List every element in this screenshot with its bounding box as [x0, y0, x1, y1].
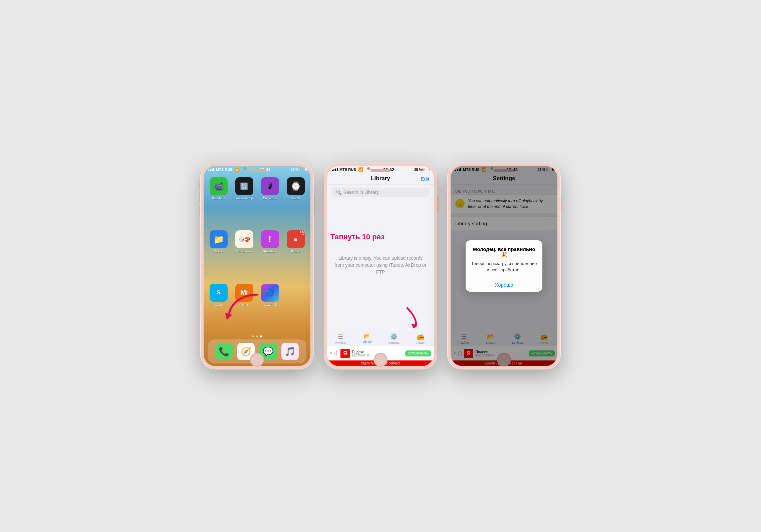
home-button-2[interactable]	[373, 353, 388, 367]
battery-fill	[300, 169, 301, 171]
lazytool-label: LazyTool	[264, 303, 276, 307]
phone-2-camera	[367, 167, 370, 170]
app-feedback[interactable]: ! Feedback	[260, 230, 280, 278]
signal-indicator: MTS RUS 📶	[208, 168, 239, 172]
phone-3-screen: MTS RUS 📶 18:43 25 % Settings DID YOU KN…	[451, 166, 557, 366]
app-facetime[interactable]: 📹 FaceTime	[208, 177, 229, 225]
app-addons[interactable]: 🎲🎯 Дополнения	[234, 230, 254, 278]
home-screen: MTS RUS 📶 18:41 25 % 📹 FaceTime	[204, 166, 310, 366]
tap-arrow	[397, 305, 421, 333]
app-files[interactable]: 📁 Файлы	[208, 230, 229, 278]
tab-bar-2: ☰ Playlists 📂 Library ⚙️ Settings 📻 Play…	[327, 331, 434, 346]
settings-screen: MTS RUS 📶 18:43 25 % Settings DID YOU KN…	[451, 166, 557, 366]
alert-title: Молодец, всё правильно 🎉	[471, 246, 537, 258]
facetime-icon: 📹	[210, 177, 228, 195]
battery-label: 25 %	[291, 168, 298, 172]
battery-indicator: 25 %	[291, 168, 306, 172]
page-indicator	[204, 335, 310, 339]
podcasts-icon: 🎙	[261, 177, 279, 195]
mute-button[interactable]	[199, 183, 200, 190]
battery-icon-2	[423, 168, 429, 171]
svg-marker-1	[411, 324, 418, 329]
library-icon: 📂	[364, 333, 370, 339]
phone-2-mute[interactable]	[322, 183, 324, 190]
phone-3-power[interactable]	[561, 196, 562, 213]
watch-label: Watch	[291, 197, 300, 200]
tap-text: Тапнуть 10 раз	[330, 233, 385, 241]
app-watch[interactable]: ⌚ Watch	[285, 177, 306, 225]
calculator-label: Калькулятор	[235, 197, 253, 200]
tab-playlists-label: Playlists	[335, 341, 346, 344]
search-bar[interactable]: 🔍 Search in Library	[332, 188, 429, 197]
dot-1	[252, 335, 254, 337]
alert-content: Молодец, всё правильно 🎉 Теперь перезагр…	[466, 240, 542, 273]
tab-player-2[interactable]: 📻 Player	[407, 333, 434, 344]
ad-info-icon[interactable]: i	[334, 351, 338, 355]
search-placeholder: Search in Library	[343, 190, 379, 195]
player-icon: 📻	[417, 333, 424, 340]
app-calculator[interactable]: 🔢 Калькулятор	[234, 177, 254, 225]
settings-icon-tab: ⚙️	[390, 333, 398, 340]
phone-1: MTS RUS 📶 18:41 25 % 📹 FaceTime	[200, 163, 314, 369]
svg-marker-0	[225, 313, 232, 320]
phone-3-vol-up[interactable]	[446, 193, 447, 203]
tab-library-label: Library	[362, 340, 372, 343]
carrier-2: MTS RUS	[339, 168, 356, 172]
home-button[interactable]	[250, 353, 264, 367]
skype-label: Skype	[214, 303, 223, 307]
phone-3: MTS RUS 📶 18:43 25 % Settings DID YOU KN…	[447, 163, 561, 369]
phone-2-vol-dn[interactable]	[322, 206, 324, 216]
alert-ok-button[interactable]: Хорошо	[466, 278, 542, 292]
edit-button[interactable]: Edit	[416, 176, 429, 182]
files-icon: 📁	[210, 230, 228, 248]
feedback-label: Feedback	[263, 250, 277, 253]
alert-overlay: Молодец, всё правильно 🎉 Теперь перезагр…	[451, 166, 557, 366]
tab-playlists-2[interactable]: ☰ Playlists	[327, 333, 354, 344]
app-todoist[interactable]: ≡ 5 Todoist	[285, 230, 306, 278]
status-bar-1: MTS RUS 📶 18:41 25 %	[204, 166, 310, 173]
ad-close-icon[interactable]: ✕	[330, 351, 332, 355]
phone-1-screen: MTS RUS 📶 18:41 25 % 📹 FaceTime	[204, 166, 310, 366]
dock-music[interactable]: 🎵	[281, 343, 299, 360]
tab-library-2[interactable]: 📂 Library	[354, 333, 380, 344]
library-title: Library	[345, 175, 416, 182]
time-display: 18:41	[259, 167, 270, 172]
battery-2: 25 %	[414, 168, 429, 172]
yandex-logo-2: Я	[340, 349, 350, 358]
signal-2: MTS RUS 📶	[332, 167, 363, 172]
power-button[interactable]	[314, 196, 315, 213]
time-2: 18:42	[383, 167, 394, 172]
library-nav-bar: Library Edit	[327, 173, 434, 185]
phone-3-mute[interactable]	[446, 183, 447, 190]
tap-annotation: Тапнуть 10 раз	[330, 233, 385, 241]
empty-text: Library is empty. You can upload records…	[334, 255, 427, 276]
dot-3	[260, 335, 262, 337]
alert-dialog: Молодец, всё правильно 🎉 Теперь перезагр…	[466, 240, 542, 291]
files-label: Файлы	[214, 250, 223, 253]
battery-fill-2	[423, 169, 425, 171]
battery-icon	[299, 168, 306, 171]
facetime-label: FaceTime	[212, 197, 225, 200]
volume-down-button[interactable]	[199, 206, 200, 216]
library-screen: MTS RUS 📶 18:42 25 % Library Edit	[327, 166, 434, 366]
todoist-label: Todoist	[291, 250, 300, 253]
todoist-icon: ≡ 5	[287, 230, 305, 248]
phone-2: MTS RUS 📶 18:42 25 % Library Edit	[324, 163, 437, 369]
alert-message: Теперь перезагрузи приложение и все зара…	[471, 261, 537, 273]
arrow-annotation	[224, 291, 264, 326]
phone-2-screen: MTS RUS 📶 18:42 25 % Library Edit	[327, 166, 434, 366]
install-button-2[interactable]: УСТАНОВИТЬ	[405, 350, 431, 356]
app-podcasts[interactable]: 🎙 Подкасты	[260, 177, 280, 225]
volume-up-button[interactable]	[199, 193, 200, 203]
tab-settings-2[interactable]: ⚙️ Settings	[380, 333, 407, 344]
tab-settings-label: Settings	[389, 341, 400, 344]
phone-3-vol-dn[interactable]	[446, 206, 447, 216]
addons-icon: 🎲🎯	[235, 230, 253, 248]
status-bar-2: MTS RUS 📶 18:42 25 %	[327, 166, 434, 173]
phone-2-power[interactable]	[437, 196, 439, 213]
tab-player-label: Player	[416, 341, 425, 344]
dock-phone[interactable]: 📞	[215, 343, 233, 360]
phone-2-vol-up[interactable]	[322, 193, 324, 203]
podcasts-label: Подкасты	[263, 197, 277, 200]
battery-label-2: 25 %	[414, 168, 422, 172]
